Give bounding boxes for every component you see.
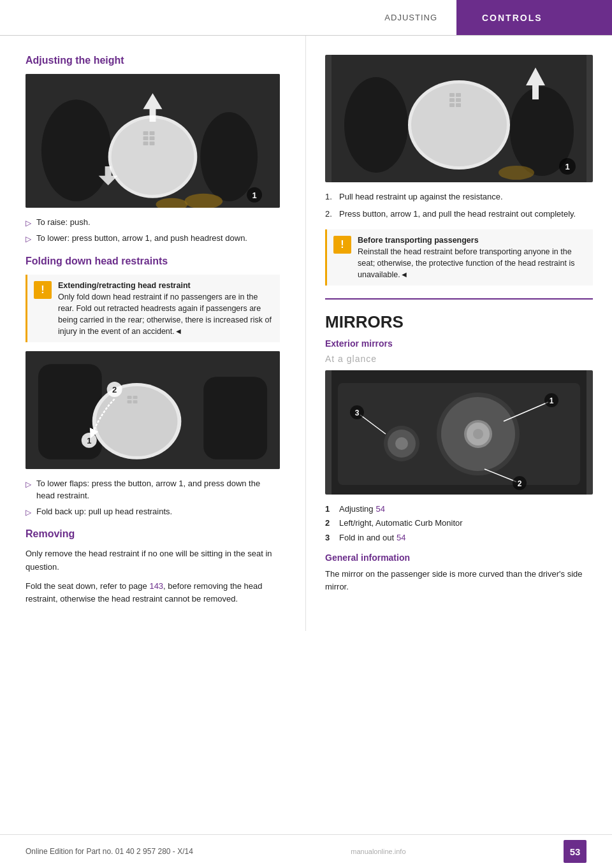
svg-rect-39 (449, 103, 455, 107)
mirror-ref-3-link[interactable]: 54 (397, 532, 405, 544)
lower-bullet-2: ▷ Fold back up: pull up head restraints. (26, 506, 280, 518)
svg-point-51 (473, 429, 483, 439)
headrest-removal-image: 1 (325, 55, 593, 182)
svg-point-2 (200, 112, 258, 201)
headrest-adjust-image: 1 (26, 74, 280, 208)
left-column: Adjusting the height (0, 36, 306, 631)
page-header: ADJUSTING CONTROLS (0, 0, 612, 36)
svg-rect-22 (127, 396, 132, 399)
svg-point-31 (344, 77, 408, 173)
mirror-ref-3: 3 Fold in and out 54 (325, 532, 593, 544)
folding-warning-text: Extending/retracting head restraint Only… (58, 280, 273, 338)
svg-text:1: 1 (87, 436, 91, 445)
svg-text:1: 1 (550, 396, 554, 405)
bullet-arrow-icon-4: ▷ (26, 507, 31, 518)
svg-rect-10 (150, 141, 155, 145)
general-info-text: The mirror on the passenger side is more… (325, 568, 593, 593)
svg-rect-7 (143, 136, 149, 140)
header-controls-label: CONTROLS (456, 0, 612, 35)
svg-rect-37 (449, 98, 455, 102)
removal-steps-list: 1. Pull head restraint up against the re… (325, 191, 593, 221)
footer-text: Online Edition for Part no. 01 40 2 957 … (26, 847, 193, 856)
svg-point-4 (112, 119, 194, 195)
svg-rect-8 (150, 136, 155, 140)
removing-link[interactable]: 143 (149, 581, 163, 591)
folding-down-title: Folding down head restraints (26, 256, 280, 267)
exterior-mirrors-title: Exterior mirrors (325, 338, 593, 349)
removing-text-1: Only remove the head restraint if no one… (26, 547, 280, 573)
height-bullet-2: ▷ To lower: press button, arrow 1, and p… (26, 233, 280, 245)
svg-text:1: 1 (252, 191, 256, 200)
transport-warning-text: Before transporting passengers Reinstall… (358, 235, 586, 281)
svg-text:2: 2 (518, 479, 522, 488)
removal-step-1: 1. Pull head restraint up against the re… (325, 191, 593, 203)
svg-text:1: 1 (565, 162, 569, 171)
warning-icon-2: ! (333, 236, 351, 254)
svg-text:2: 2 (112, 385, 117, 394)
general-info-title: General information (325, 553, 593, 563)
mirror-control-image: 1 2 3 (325, 370, 593, 495)
bullet-arrow-icon-2: ▷ (26, 234, 31, 245)
mirror-ref-2: 2 Left/right, Automatic Curb Monitor (325, 517, 593, 529)
svg-point-54 (395, 437, 408, 450)
page-number: 53 (564, 840, 586, 863)
adjusting-height-title: Adjusting the height (26, 55, 280, 66)
warning-icon-1: ! (34, 281, 52, 299)
mirror-ref-1-link[interactable]: 54 (375, 503, 384, 515)
height-bullet-list: ▷ To raise: push. ▷ To lower: press butt… (26, 217, 280, 245)
svg-point-44 (499, 166, 534, 180)
header-adjusting-label: ADJUSTING (365, 13, 456, 22)
lower-bullet-1: ▷ To lower flaps: press the button, arro… (26, 478, 280, 502)
main-content: Adjusting the height (0, 36, 612, 631)
at-glance-label: At a glance (325, 354, 593, 364)
svg-rect-36 (456, 93, 461, 97)
mirror-refs-table: 1 Adjusting 54 2 Left/right, Automatic C… (325, 503, 593, 544)
svg-text:3: 3 (355, 409, 360, 417)
mirrors-divider (325, 298, 593, 300)
svg-rect-6 (150, 131, 155, 135)
svg-rect-24 (127, 400, 132, 403)
svg-rect-9 (143, 141, 149, 145)
right-column: 1 1. Pull head restraint up against the … (306, 36, 612, 631)
footer-watermark: manualonline.info (351, 848, 405, 855)
svg-rect-40 (456, 103, 461, 107)
mirror-ref-1: 1 Adjusting 54 (325, 503, 593, 515)
svg-point-1 (41, 99, 112, 201)
mirrors-section-title: MIRRORS (325, 312, 593, 332)
removing-title: Removing (26, 528, 280, 540)
folding-headrest-image: 2 1 (26, 351, 280, 469)
transport-warning-box: ! Before transporting passengers Reinsta… (325, 229, 593, 286)
lower-bullet-list: ▷ To lower flaps: press the button, arro… (26, 478, 280, 518)
removing-text-2: Fold the seat down, refer to page 143, b… (26, 580, 280, 605)
svg-rect-19 (203, 377, 267, 460)
height-bullet-1: ▷ To raise: push. (26, 217, 280, 229)
removal-step-2: 2. Press button, arrow 1, and pull the h… (325, 208, 593, 221)
bullet-arrow-icon-1: ▷ (26, 218, 31, 229)
svg-rect-35 (449, 93, 455, 97)
svg-rect-23 (133, 396, 138, 399)
bullet-arrow-icon-3: ▷ (26, 479, 31, 490)
svg-rect-38 (456, 98, 461, 102)
svg-rect-25 (133, 400, 138, 403)
page-footer: Online Edition for Part no. 01 40 2 957 … (0, 834, 612, 868)
folding-warning-box: ! Extending/retracting head restraint On… (26, 275, 280, 343)
svg-rect-5 (143, 131, 149, 135)
